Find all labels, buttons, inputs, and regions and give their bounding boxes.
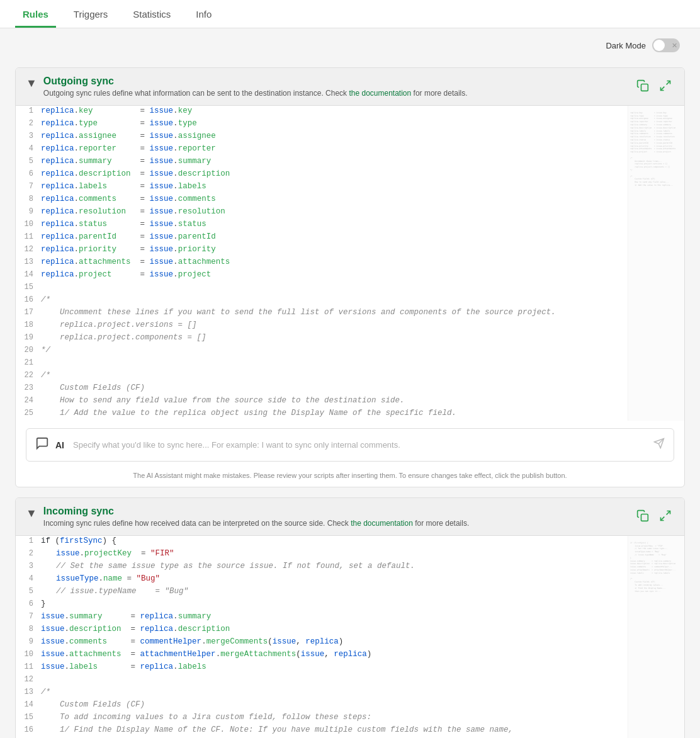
outgoing-sync-title: Outgoing sync	[43, 76, 468, 87]
dark-mode-label: Dark Mode	[606, 41, 646, 50]
code-line: 11 replica.parentId = issue.parentId	[16, 232, 628, 244]
code-line: 21	[16, 358, 628, 370]
code-line: 3 replica.assignee = issue.assignee	[16, 131, 628, 144]
code-line: 2 replica.type = issue.type	[16, 118, 628, 131]
outgoing-sync-title-block: Outgoing sync Outgoing sync rules define…	[43, 76, 468, 98]
outgoing-sync-header: ▼ Outgoing sync Outgoing sync rules defi…	[16, 68, 684, 106]
code-line: 24 How to send any field value from the …	[16, 395, 628, 408]
code-line: 2 issue.projectKey = "FIR"	[16, 548, 628, 561]
outgoing-sync-card: ▼ Outgoing sync Outgoing sync rules defi…	[15, 67, 685, 487]
svg-rect-5	[641, 514, 648, 521]
outgoing-code-area[interactable]: 1 replica.key = issue.key 2 replica.type…	[16, 106, 628, 421]
outgoing-copy-button[interactable]	[634, 77, 652, 96]
code-line: 13 replica.attachments = issue.attachmen…	[16, 257, 628, 270]
incoming-copy-button[interactable]	[634, 507, 652, 526]
code-line: 10 replica.status = issue.status	[16, 219, 628, 232]
tab-triggers[interactable]: Triggers	[66, 0, 115, 28]
code-line: 7 issue.summary = replica.summary	[16, 611, 628, 624]
code-line: 6 replica.description = issue.descriptio…	[16, 169, 628, 181]
outgoing-expand-button[interactable]	[657, 77, 674, 96]
code-line: 4 replica.reporter = issue.reporter	[16, 144, 628, 156]
code-line: 15	[16, 282, 628, 295]
outgoing-sync-header-left: ▼ Outgoing sync Outgoing sync rules defi…	[26, 76, 468, 98]
incoming-sync-subtitle: Incoming sync rules define how received …	[43, 519, 469, 528]
code-line: 4 issueType.name = "Bug"	[16, 574, 628, 586]
tab-rules[interactable]: Rules	[15, 0, 56, 28]
code-line: 3 // Set the same issue type as the sour…	[16, 561, 628, 574]
outgoing-code-editor: 1 replica.key = issue.key 2 replica.type…	[16, 106, 684, 421]
dark-mode-toggle[interactable]: ✕	[652, 38, 680, 52]
ai-chat-icon	[35, 436, 49, 453]
code-line: 9 issue.comments = commentHelper.mergeCo…	[16, 637, 628, 649]
outgoing-minimap: replica.key = issue.key replica.type = i…	[628, 106, 684, 421]
incoming-doc-link[interactable]: the documentation	[351, 519, 413, 528]
outgoing-subtitle-end: for more details.	[414, 89, 468, 98]
tabs-bar: Rules Triggers Statistics Info	[0, 0, 700, 28]
incoming-sync-title-block: Incoming sync Incoming sync rules define…	[43, 506, 469, 528]
code-line: 5 replica.summary = issue.summary	[16, 156, 628, 169]
code-line: 18 replica.project.versions = []	[16, 320, 628, 332]
outgoing-subtitle-text: Outgoing sync rules define what informat…	[43, 89, 347, 98]
ai-send-button[interactable]	[653, 438, 665, 452]
tab-info[interactable]: Info	[188, 0, 219, 28]
outgoing-doc-link[interactable]: the documentation	[349, 89, 411, 98]
ai-assistant-outgoing: AI Specify what you'd like to sync here.…	[26, 428, 674, 462]
top-controls: Dark Mode ✕	[0, 28, 700, 57]
incoming-sync-header: ▼ Incoming sync Incoming sync rules defi…	[16, 498, 684, 536]
ai-label: AI	[55, 440, 64, 450]
code-line: 22 /*	[16, 370, 628, 383]
incoming-sync-header-left: ▼ Incoming sync Incoming sync rules defi…	[26, 506, 469, 528]
code-line: 14 Custom Fields (CF)	[16, 700, 628, 712]
code-line: 12 replica.priority = issue.priority	[16, 244, 628, 257]
incoming-subtitle-end: for more details.	[415, 519, 469, 528]
ai-disclaimer: The AI Assistant might make mistakes. Pl…	[16, 469, 684, 487]
code-line: 16 /*	[16, 295, 628, 307]
code-line: 17 Uncomment these lines if you want to …	[16, 307, 628, 320]
toggle-knob	[653, 40, 665, 51]
code-line: 5 // issue.typeName = "Bug"	[16, 586, 628, 599]
code-line: 1 if (firstSync) {	[16, 536, 628, 548]
code-line: 8 replica.comments = issue.comments	[16, 194, 628, 207]
incoming-minimap: if (firstSync) { issue.projectKey = "FIR…	[628, 536, 684, 738]
code-line: 11 issue.labels = replica.labels	[16, 662, 628, 674]
code-line: 1 replica.key = issue.key	[16, 106, 628, 118]
toggle-x-icon: ✕	[672, 42, 677, 50]
svg-line-6	[667, 511, 670, 515]
incoming-sync-title: Incoming sync	[43, 506, 469, 517]
code-line: 10 issue.attachments = attachmentHelper.…	[16, 649, 628, 662]
code-line: 23 Custom Fields (CF)	[16, 383, 628, 395]
code-line: 9 replica.resolution = issue.resolution	[16, 207, 628, 219]
svg-rect-0	[641, 84, 648, 91]
code-line: 8 issue.description = replica.descriptio…	[16, 624, 628, 637]
incoming-code-editor: 1 if (firstSync) { 2 issue.projectKey = …	[16, 536, 684, 738]
code-line: 6 }	[16, 599, 628, 611]
code-line: 19 replica.project.components = []	[16, 332, 628, 345]
ai-input-placeholder[interactable]: Specify what you'd like to sync here... …	[73, 440, 647, 450]
code-line: 13 /*	[16, 687, 628, 700]
svg-line-2	[661, 87, 665, 91]
tab-statistics[interactable]: Statistics	[125, 0, 178, 28]
svg-line-1	[667, 81, 670, 85]
code-line: 14 replica.project = issue.project	[16, 270, 628, 282]
incoming-subtitle-text: Incoming sync rules define how received …	[43, 519, 349, 528]
code-line: 20 */	[16, 345, 628, 358]
svg-line-7	[661, 517, 665, 521]
incoming-collapse-icon[interactable]: ▼	[26, 507, 37, 520]
incoming-expand-button[interactable]	[657, 507, 674, 526]
outgoing-sync-subtitle: Outgoing sync rules define what informat…	[43, 89, 468, 98]
code-line: 25 1/ Add the value to the replica objec…	[16, 408, 628, 421]
code-line: 16 1/ Find the Display Name of the CF. N…	[16, 725, 628, 737]
code-line: 7 replica.labels = issue.labels	[16, 181, 628, 194]
incoming-sync-card: ▼ Incoming sync Incoming sync rules defi…	[15, 497, 685, 738]
incoming-code-area[interactable]: 1 if (firstSync) { 2 issue.projectKey = …	[16, 536, 628, 738]
incoming-sync-header-right	[634, 507, 674, 526]
code-line: 12	[16, 674, 628, 687]
outgoing-collapse-icon[interactable]: ▼	[26, 77, 37, 90]
code-line: 15 To add incoming values to a Jira cust…	[16, 712, 628, 725]
outgoing-sync-header-right	[634, 77, 674, 96]
